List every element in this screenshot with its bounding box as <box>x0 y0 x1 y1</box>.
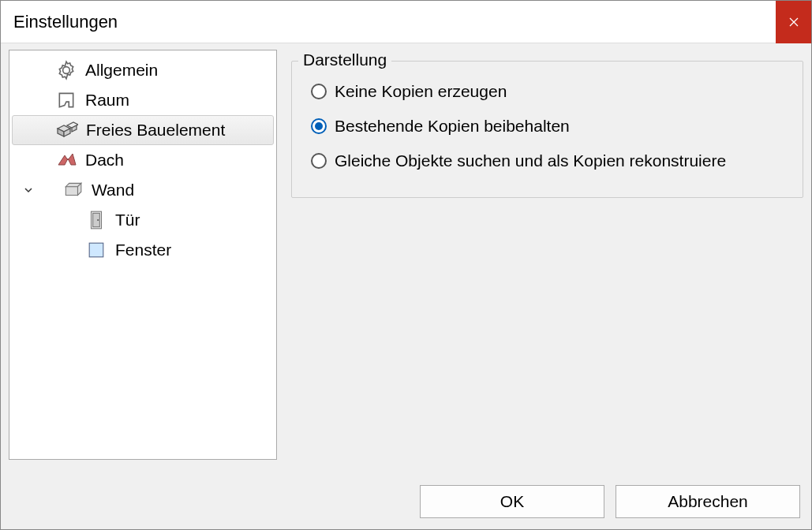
radio-icon <box>311 153 327 169</box>
tree-item-room[interactable]: Raum <box>9 85 276 115</box>
chevron-down-icon[interactable] <box>22 185 35 195</box>
titlebar: Einstellungen <box>1 1 811 43</box>
display-groupbox: Darstellung Keine Kopien erzeugen Besteh… <box>291 61 803 198</box>
radio-label: Keine Kopien erzeugen <box>335 82 507 101</box>
svg-point-2 <box>97 219 99 221</box>
close-icon <box>789 17 799 27</box>
tree-item-label: Freies Bauelement <box>86 121 225 140</box>
tree-item-label: Fenster <box>115 241 171 259</box>
radio-icon <box>311 118 327 134</box>
tree-item-label: Wand <box>92 181 134 200</box>
svg-rect-3 <box>89 243 103 257</box>
close-button[interactable] <box>776 1 811 43</box>
tree-item-wall[interactable]: Wand <box>9 175 276 205</box>
radio-no-copies[interactable]: Keine Kopien erzeugen <box>306 74 788 109</box>
roof-icon <box>54 147 79 173</box>
content-area: Allgemein Raum Freies Bauelement <box>1 43 811 476</box>
tree-item-general[interactable]: Allgemein <box>9 55 276 85</box>
tree-item-door[interactable]: Tür <box>9 205 276 235</box>
radio-label: Gleiche Objekte suchen und als Kopien re… <box>335 151 726 170</box>
category-tree[interactable]: Allgemein Raum Freies Bauelement <box>9 50 277 460</box>
room-icon <box>54 88 79 113</box>
cube-icon <box>54 118 80 143</box>
radio-keep-copies[interactable]: Bestehende Kopien beibehalten <box>306 109 788 144</box>
groupbox-title: Darstellung <box>298 50 391 69</box>
window-icon <box>84 237 109 263</box>
dialog-title: Einstellungen <box>13 12 118 32</box>
tree-item-roof[interactable]: Dach <box>9 145 276 175</box>
tree-item-label: Dach <box>85 151 124 170</box>
settings-panel: Darstellung Keine Kopien erzeugen Besteh… <box>291 50 803 476</box>
dialog-footer: OK Abbrechen <box>1 476 811 529</box>
radio-reconstruct-copies[interactable]: Gleiche Objekte suchen und als Kopien re… <box>306 144 788 178</box>
radio-icon <box>311 84 327 99</box>
tree-item-label: Raum <box>85 91 129 110</box>
settings-dialog: Einstellungen Allgemein Raum <box>0 0 812 530</box>
tree-item-window[interactable]: Fenster <box>9 235 276 265</box>
ok-button[interactable]: OK <box>420 485 604 518</box>
radio-label: Bestehende Kopien beibehalten <box>335 117 570 136</box>
tree-item-label: Allgemein <box>85 61 158 80</box>
cancel-button[interactable]: Abbrechen <box>616 485 800 518</box>
door-icon <box>84 207 109 233</box>
wall-icon <box>60 177 85 203</box>
tree-item-label: Tür <box>115 211 140 230</box>
gear-icon <box>54 58 79 83</box>
tree-item-free-element[interactable]: Freies Bauelement <box>12 115 274 145</box>
